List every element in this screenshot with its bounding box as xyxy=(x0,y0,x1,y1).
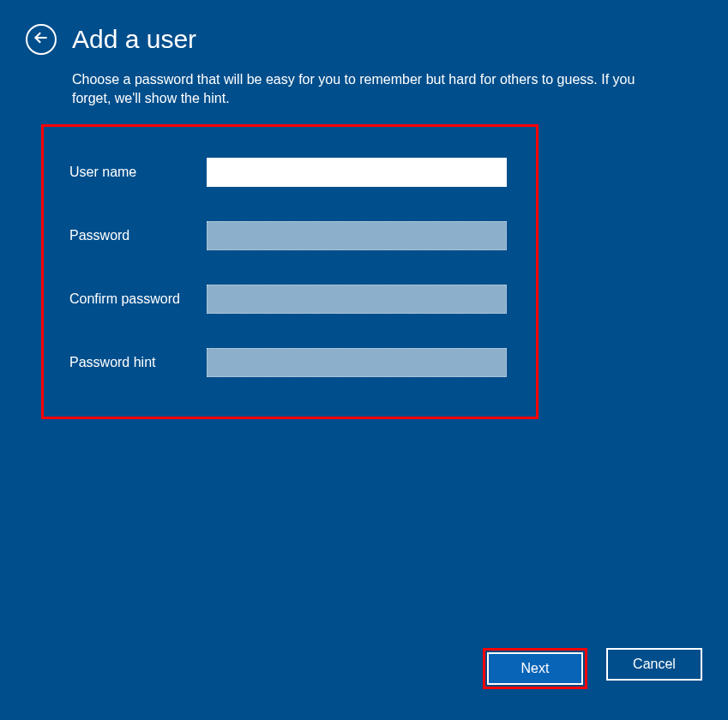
back-button[interactable] xyxy=(26,24,57,55)
confirm-password-label: Confirm password xyxy=(69,291,207,307)
password-hint-label: Password hint xyxy=(69,355,207,370)
form-highlight-box: User name Password Confirm password Pass… xyxy=(41,124,538,419)
password-label: Password xyxy=(69,228,207,243)
confirm-password-input[interactable] xyxy=(207,285,507,314)
cancel-button[interactable]: Cancel xyxy=(606,648,702,681)
page-title: Add a user xyxy=(72,25,196,54)
username-input[interactable] xyxy=(207,158,507,187)
next-button[interactable]: Next xyxy=(487,652,583,685)
username-label: User name xyxy=(69,165,207,180)
arrow-left-icon xyxy=(33,29,50,50)
password-input[interactable] xyxy=(207,221,507,250)
password-hint-input[interactable] xyxy=(207,348,507,377)
next-button-highlight: Next xyxy=(483,648,587,689)
footer-buttons: Next Cancel xyxy=(483,648,702,689)
cancel-button-label: Cancel xyxy=(633,657,676,672)
page-description: Choose a password that will be easy for … xyxy=(0,63,703,124)
next-button-label: Next xyxy=(521,661,550,676)
